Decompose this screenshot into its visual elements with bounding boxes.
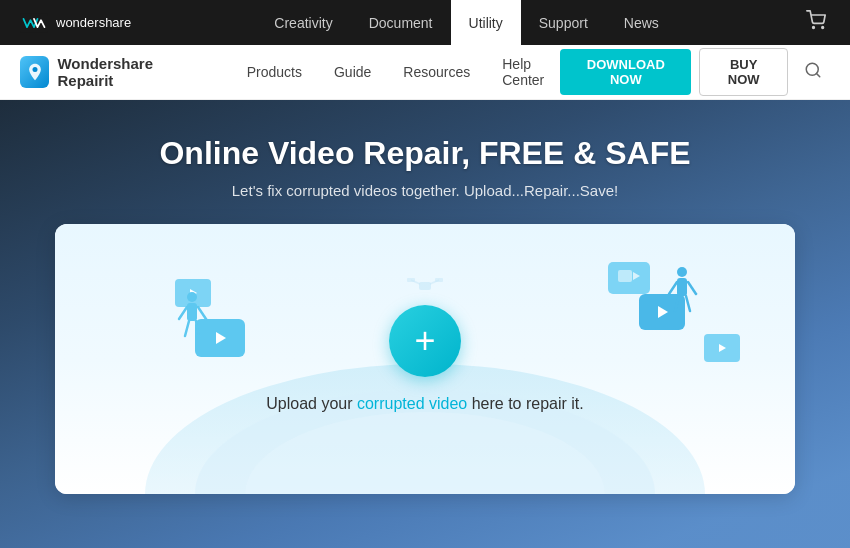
svg-line-18 — [185, 321, 189, 336]
nav-document[interactable]: Document — [351, 0, 451, 45]
upload-plus-button[interactable]: + — [389, 305, 461, 377]
sub-nav-actions: DOWNLOAD NOW BUY NOW — [560, 48, 830, 96]
drone-decoration — [405, 274, 445, 302]
subnav-products[interactable]: Products — [231, 45, 318, 100]
sub-navigation: Wondershare Repairit Products Guide Reso… — [0, 45, 850, 100]
svg-point-2 — [822, 27, 824, 29]
search-icon[interactable] — [796, 57, 830, 88]
video-icon-left-main — [195, 319, 245, 357]
svg-marker-21 — [633, 272, 640, 280]
svg-line-27 — [686, 296, 690, 311]
sub-nav-links: Products Guide Resources Help Center — [231, 45, 561, 100]
download-now-button[interactable]: DOWNLOAD NOW — [560, 49, 691, 95]
svg-line-24 — [669, 282, 677, 294]
upload-card[interactable]: + Upload your corrupted video here to re… — [55, 224, 795, 494]
top-nav-right — [802, 6, 830, 39]
video-icon-right-main — [639, 294, 685, 330]
brand-logo[interactable]: Wondershare Repairit — [20, 55, 201, 89]
svg-point-14 — [187, 292, 197, 302]
svg-point-22 — [677, 267, 687, 277]
subnav-help-center[interactable]: Help Center — [486, 45, 560, 100]
upload-text-prefix: Upload your — [266, 395, 357, 412]
hero-section: Online Video Repair, FREE & SAFE Let's f… — [0, 100, 850, 548]
svg-line-5 — [816, 73, 819, 76]
hero-subtitle: Let's fix corrupted videos together. Upl… — [159, 182, 690, 199]
nav-utility[interactable]: Utility — [451, 0, 521, 45]
brand-icon — [20, 56, 49, 88]
upload-prompt: Upload your corrupted video here to repa… — [266, 395, 584, 413]
nav-news[interactable]: News — [606, 0, 677, 45]
hero-content: Online Video Repair, FREE & SAFE Let's f… — [159, 100, 690, 224]
svg-rect-23 — [677, 278, 687, 296]
logo-text: wondershare — [56, 15, 131, 30]
buy-now-button[interactable]: BUY NOW — [699, 48, 788, 96]
top-nav-links: Creativity Document Utility Support News — [256, 0, 676, 45]
svg-line-16 — [179, 307, 187, 319]
svg-line-17 — [198, 307, 206, 319]
plus-icon: + — [414, 323, 435, 359]
subnav-resources[interactable]: Resources — [387, 45, 486, 100]
video-icon-right-lower — [704, 334, 740, 362]
top-navigation: wondershare Creativity Document Utility … — [0, 0, 850, 45]
svg-rect-20 — [618, 270, 632, 282]
upload-text-suffix: here to repair it. — [467, 395, 584, 412]
svg-rect-0 — [20, 13, 48, 33]
nav-support[interactable]: Support — [521, 0, 606, 45]
wondershare-logo[interactable]: wondershare — [20, 13, 131, 33]
cart-icon[interactable] — [802, 6, 830, 39]
video-icon-right-upper — [608, 262, 650, 294]
svg-rect-15 — [187, 303, 197, 321]
svg-line-26 — [675, 296, 679, 311]
hero-title: Online Video Repair, FREE & SAFE — [159, 135, 690, 172]
svg-line-19 — [196, 321, 199, 336]
brand-name: Wondershare Repairit — [57, 55, 200, 89]
svg-line-25 — [688, 282, 696, 294]
svg-point-3 — [32, 67, 37, 72]
svg-point-1 — [813, 27, 815, 29]
svg-rect-9 — [419, 282, 431, 290]
subnav-guide[interactable]: Guide — [318, 45, 387, 100]
upload-text-highlight: corrupted video — [357, 395, 467, 412]
nav-creativity[interactable]: Creativity — [256, 0, 350, 45]
